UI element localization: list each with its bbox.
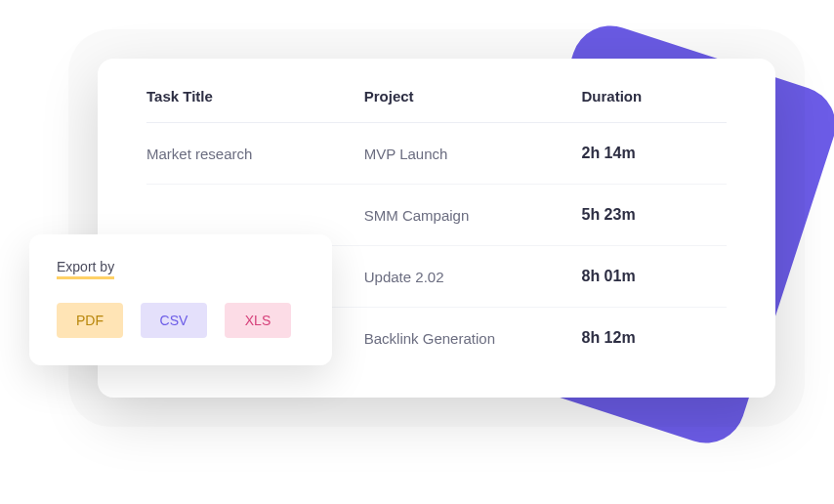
export-pdf-button[interactable]: PDF (57, 303, 123, 338)
cell-project: SMM Campaign (364, 207, 582, 224)
cell-task: Market research (146, 146, 364, 162)
cell-project: MVP Launch (364, 146, 582, 162)
cell-project: Update 2.02 (364, 269, 582, 285)
export-card: Export by PDF CSV XLS (29, 234, 332, 365)
cell-duration: 8h 12m (582, 329, 728, 347)
export-xls-button[interactable]: XLS (225, 303, 291, 338)
cell-duration: 5h 23m (582, 206, 728, 224)
cell-duration: 8h 01m (582, 268, 728, 285)
export-buttons: PDF CSV XLS (57, 303, 305, 338)
table-row: Market research MVP Launch 2h 14m (146, 123, 727, 185)
header-duration: Duration (582, 88, 728, 105)
cell-duration: 2h 14m (582, 145, 728, 162)
header-project: Project (364, 88, 582, 105)
export-title: Export by (57, 259, 114, 279)
header-task: Task Title (146, 88, 364, 105)
table-header: Task Title Project Duration (146, 88, 727, 123)
export-csv-button[interactable]: CSV (141, 303, 207, 338)
cell-project: Backlink Generation (364, 330, 582, 347)
